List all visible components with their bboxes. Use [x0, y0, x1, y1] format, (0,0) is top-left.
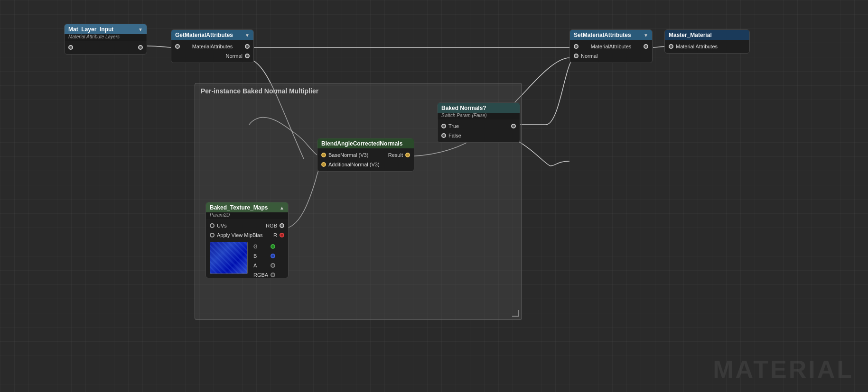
texture-b-right-pin — [271, 254, 275, 258]
node-blend-normals: BlendAngleCorrectedNormals BaseNormal (V… — [317, 138, 414, 172]
texture-rgba-right-pin — [271, 273, 275, 277]
baked-true-label: True — [448, 123, 459, 129]
node-baked-normals-header[interactable]: Baked Normals? — [438, 103, 520, 113]
blend-additional-label: AdditionalNormal (V3) — [328, 162, 380, 167]
resize-handle[interactable] — [512, 310, 519, 317]
set-mat-normal-label: Normal — [581, 53, 597, 59]
node-texture-body: UVs RGB Apply View MipBias R — [206, 219, 288, 278]
node-mat-layer-input: Mat_Layer_Input ▼ Material Attribute Lay… — [64, 24, 147, 55]
node-baked-normals-subtitle: Switch Param (False) — [438, 113, 520, 119]
chevron-up-icon[interactable]: ▲ — [280, 205, 284, 210]
texture-g-label: G — [253, 244, 258, 249]
set-mat-normal-left — [574, 54, 579, 58]
watermark: MATERIAL — [713, 355, 854, 383]
node-baked-normals-title: Baked Normals? — [441, 105, 486, 111]
texture-row-rgba: RGBA — [252, 270, 277, 280]
node-texture-title: Baked_Texture_Maps — [210, 204, 268, 211]
node-get-mat-body: MaterialAttributes Normal — [171, 40, 253, 63]
blend-row-base: BaseNormal (V3) Result — [317, 150, 414, 160]
texture-g-right-pin — [271, 244, 275, 249]
texture-mip-left-pin — [210, 233, 215, 237]
get-mat-material-right — [245, 44, 250, 49]
chevron-down-icon-3[interactable]: ▼ — [644, 33, 648, 38]
node-mat-layer-subtitle: Material Attribute Layers — [65, 34, 147, 41]
group-title: Per-instance Baked Normal Multiplier — [195, 83, 522, 99]
chevron-down-icon[interactable]: ▼ — [138, 27, 143, 32]
texture-thumbnail — [210, 242, 248, 274]
node-master-material: Master_Material Material Attributes — [664, 29, 750, 54]
texture-r-label: R — [273, 232, 277, 238]
texture-row-uvs: UVs RGB — [206, 221, 288, 230]
mat-layer-right-pin — [138, 45, 143, 50]
node-master-body: Material Attributes — [665, 40, 749, 53]
node-set-mat-title: SetMaterialAttributes — [574, 32, 631, 38]
texture-uvs-left-pin — [210, 223, 215, 228]
node-mat-layer-body — [65, 41, 147, 54]
blend-base-left-pin — [321, 153, 326, 157]
texture-b-label: B — [253, 253, 257, 259]
node-baked-texture-maps: Baked_Texture_Maps ▲ Param2D UVs RGB App… — [205, 202, 289, 278]
node-get-mat-header[interactable]: GetMaterialAttributes ▼ — [171, 30, 253, 40]
set-mat-material-label: MaterialAttributes — [591, 44, 632, 49]
set-mat-material-left — [574, 44, 579, 49]
blend-row-additional: AdditionalNormal (V3) — [317, 160, 414, 169]
master-row-attrs: Material Attributes — [665, 42, 749, 51]
node-texture-subtitle: Param2D — [206, 212, 288, 219]
set-mat-row-material: MaterialAttributes — [570, 42, 652, 51]
texture-uvs-label: UVs — [217, 223, 227, 228]
node-baked-normals-body: True False — [438, 119, 520, 142]
texture-rgb-label: RGB — [266, 223, 277, 228]
get-mat-normal-label: Normal — [226, 53, 243, 59]
node-set-mat-body: MaterialAttributes Normal — [570, 40, 652, 63]
baked-true-left-pin — [441, 124, 446, 128]
node-master-title: Master_Material — [669, 32, 712, 38]
blend-result-right-pin — [405, 153, 410, 157]
get-mat-row-normal: Normal — [171, 51, 253, 61]
texture-row-g: G — [252, 242, 277, 251]
texture-row-b: B — [252, 251, 277, 261]
texture-rgba-label: RGBA — [253, 272, 268, 278]
node-baked-normals: Baked Normals? Switch Param (False) True… — [437, 102, 520, 143]
master-attrs-left — [669, 44, 673, 49]
baked-normals-row-true: True — [438, 121, 520, 131]
node-set-mat-header[interactable]: SetMaterialAttributes ▼ — [570, 30, 652, 40]
group-container: Per-instance Baked Normal Multiplier Ble… — [195, 83, 522, 320]
node-master-header[interactable]: Master_Material — [665, 30, 749, 40]
blend-base-label: BaseNormal (V3) — [328, 152, 368, 158]
node-get-mat-attributes: GetMaterialAttributes ▼ MaterialAttribut… — [171, 29, 254, 63]
texture-row-a: A — [252, 261, 277, 270]
texture-rgb-right-pin — [280, 223, 284, 228]
set-mat-material-right — [644, 44, 648, 49]
node-get-mat-title: GetMaterialAttributes — [175, 32, 233, 38]
baked-false-left-pin — [441, 133, 446, 138]
get-mat-material-label: MaterialAttributes — [192, 44, 233, 49]
node-blend-title: BlendAngleCorrectedNormals — [321, 140, 402, 147]
baked-false-label: False — [448, 133, 461, 138]
node-mat-layer-title: Mat_Layer_Input — [68, 26, 113, 33]
texture-a-label: A — [253, 263, 257, 268]
blend-result-label: Result — [388, 152, 403, 158]
texture-r-right-pin — [280, 233, 284, 237]
baked-true-right-pin — [511, 124, 516, 128]
get-mat-row-material: MaterialAttributes — [171, 42, 253, 51]
node-texture-header[interactable]: Baked_Texture_Maps ▲ — [206, 202, 288, 212]
texture-mip-label: Apply View MipBias — [217, 232, 262, 238]
node-mat-layer-row — [65, 43, 147, 52]
texture-row-mipbias: Apply View MipBias R — [206, 230, 288, 240]
blend-additional-left-pin — [321, 162, 326, 167]
chevron-down-icon-2[interactable]: ▼ — [245, 33, 250, 38]
node-blend-header[interactable]: BlendAngleCorrectedNormals — [317, 138, 414, 148]
node-mat-layer-header[interactable]: Mat_Layer_Input ▼ — [65, 24, 147, 34]
node-set-mat-attributes: SetMaterialAttributes ▼ MaterialAttribut… — [569, 29, 653, 63]
get-mat-normal-right — [245, 54, 250, 58]
master-attrs-label: Material Attributes — [676, 44, 718, 49]
node-blend-body: BaseNormal (V3) Result AdditionalNormal … — [317, 148, 414, 171]
get-mat-material-left — [175, 44, 180, 49]
mat-layer-left-pin — [68, 45, 73, 50]
set-mat-row-normal: Normal — [570, 51, 652, 61]
texture-a-right-pin — [271, 263, 275, 268]
baked-normals-row-false: False — [438, 131, 520, 140]
